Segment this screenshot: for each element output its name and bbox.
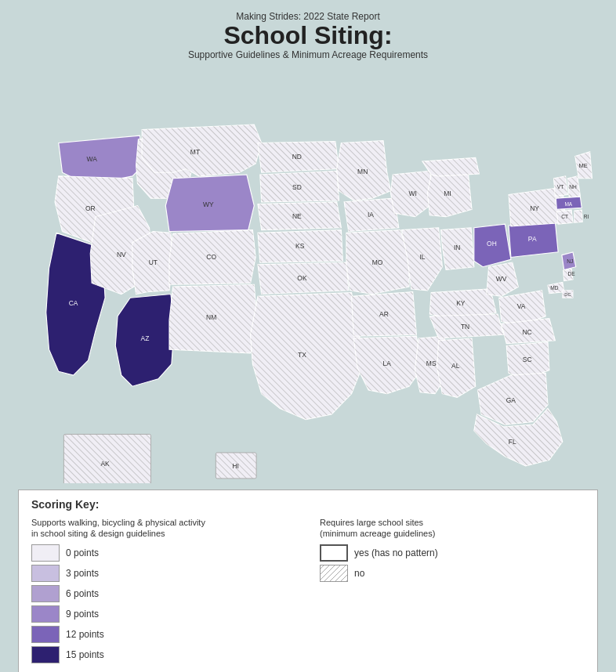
- legend-item-yes: yes (has no pattern): [320, 544, 585, 562]
- svg-text:UT: UT: [149, 258, 158, 266]
- svg-text:ND: ND: [292, 153, 302, 161]
- svg-text:MD: MD: [550, 285, 558, 291]
- legend-box-9pts: [31, 605, 60, 623]
- svg-text:GA: GA: [506, 396, 516, 404]
- svg-text:AR: AR: [379, 310, 389, 318]
- header-subtitle: Making Strides: 2022 State Report: [188, 11, 428, 22]
- svg-text:MS: MS: [426, 359, 437, 367]
- svg-text:IL: IL: [419, 253, 425, 261]
- svg-text:IN: IN: [454, 244, 460, 251]
- legend-box-3pts: [31, 565, 60, 582]
- svg-text:RI: RI: [584, 214, 589, 219]
- legend-box-15pts: [31, 646, 60, 663]
- legend-section2-title: Requires large school sites(minimum acre…: [320, 517, 585, 540]
- svg-text:SC: SC: [523, 356, 532, 363]
- svg-text:CO: CO: [206, 253, 216, 261]
- svg-text:MI: MI: [444, 190, 451, 198]
- legend-label-12pts: 12 points: [66, 629, 104, 640]
- page-header: Making Strides: 2022 State Report School…: [188, 0, 428, 65]
- svg-text:LA: LA: [383, 359, 392, 367]
- svg-text:MN: MN: [357, 168, 368, 175]
- legend-box-6pts: [31, 585, 60, 602]
- svg-text:HI: HI: [233, 462, 239, 470]
- svg-text:PA: PA: [528, 235, 537, 243]
- svg-text:NC: NC: [523, 329, 532, 337]
- legend-label-15pts: 15 points: [66, 649, 104, 660]
- legend-sections: Supports walking, bicycling & physical a…: [31, 517, 585, 663]
- legend-item-9: 9 points: [31, 605, 296, 623]
- legend-item-0: 0 points: [31, 544, 296, 562]
- svg-text:OK: OK: [297, 274, 307, 282]
- svg-text:FL: FL: [509, 438, 516, 446]
- svg-text:NJ: NJ: [567, 258, 573, 264]
- svg-text:WI: WI: [409, 190, 417, 198]
- svg-text:NY: NY: [530, 204, 539, 212]
- svg-text:AL: AL: [451, 362, 460, 370]
- legend-box-no: [320, 565, 348, 582]
- map-container: WA OR CA NV ID MT WY UT CO AZ: [18, 68, 598, 483]
- svg-text:CT: CT: [561, 215, 568, 220]
- svg-text:OR: OR: [85, 204, 96, 212]
- svg-text:WA: WA: [86, 155, 97, 163]
- header-desc: Supportive Guidelines & Minimum Acreage …: [188, 49, 428, 60]
- svg-text:NV: NV: [117, 251, 126, 259]
- legend-label-3pts: 3 points: [66, 568, 99, 579]
- legend-container: Scoring Key: Supports walking, bicycling…: [18, 490, 598, 672]
- legend-items-scoring: 0 points 3 points 6 points 9 points 12 p…: [31, 544, 296, 663]
- svg-text:ME: ME: [579, 162, 588, 169]
- legend-items-acreage: yes (has no pattern) no: [320, 544, 585, 582]
- svg-text:WV: WV: [496, 275, 507, 283]
- svg-text:IA: IA: [368, 211, 374, 219]
- legend-section-acreage: Requires large school sites(minimum acre…: [320, 517, 585, 663]
- legend-label-6pts: 6 points: [66, 588, 99, 599]
- svg-text:KS: KS: [295, 242, 305, 250]
- svg-text:MT: MT: [190, 148, 200, 156]
- svg-text:AZ: AZ: [141, 334, 150, 342]
- legend-label-0pts: 0 points: [66, 547, 99, 558]
- legend-box-0pts: [31, 544, 60, 562]
- svg-text:WY: WY: [203, 201, 214, 209]
- svg-text:DE: DE: [568, 271, 576, 276]
- legend-item-3: 3 points: [31, 565, 296, 582]
- legend-label-9pts: 9 points: [66, 609, 99, 620]
- legend-label-no: no: [354, 568, 364, 579]
- svg-text:CA: CA: [69, 299, 78, 307]
- legend-section1-title: Supports walking, bicycling & physical a…: [31, 517, 296, 540]
- svg-text:KY: KY: [456, 299, 466, 307]
- legend-box-yes: [320, 544, 348, 562]
- legend-item-6: 6 points: [31, 585, 296, 602]
- svg-text:MO: MO: [372, 258, 383, 266]
- legend-box-12pts: [31, 626, 60, 643]
- header-title: School Siting:: [188, 22, 428, 49]
- legend-title: Scoring Key:: [31, 498, 585, 511]
- svg-text:NM: NM: [206, 314, 216, 322]
- svg-text:DC: DC: [564, 293, 571, 298]
- svg-text:VA: VA: [517, 303, 526, 311]
- svg-text:MA: MA: [564, 201, 572, 207]
- svg-text:VT: VT: [557, 184, 563, 190]
- svg-text:OH: OH: [487, 240, 497, 248]
- svg-text:NH: NH: [569, 184, 577, 190]
- legend-section-scoring: Supports walking, bicycling & physical a…: [31, 517, 296, 663]
- legend-item-12: 12 points: [31, 626, 296, 643]
- svg-text:TX: TX: [298, 351, 306, 359]
- svg-text:TN: TN: [461, 323, 469, 331]
- legend-label-yes: yes (has no pattern): [354, 547, 438, 558]
- svg-text:SD: SD: [292, 183, 302, 191]
- svg-text:AK: AK: [100, 460, 110, 468]
- svg-text:NE: NE: [292, 212, 302, 220]
- legend-item-no: no: [320, 565, 585, 582]
- svg-rect-54: [63, 435, 150, 484]
- legend-item-15: 15 points: [31, 646, 296, 663]
